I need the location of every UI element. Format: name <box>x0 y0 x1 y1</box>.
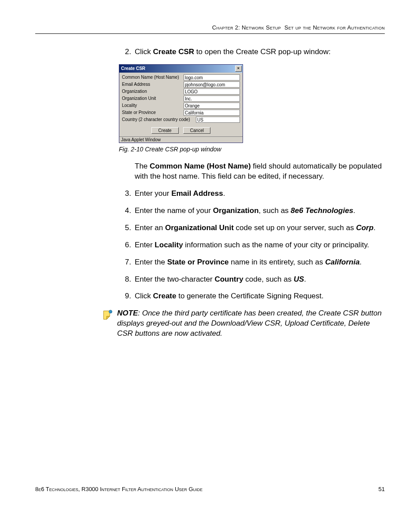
organization-unit-field[interactable]: Inc. <box>184 95 240 102</box>
page-number: 51 <box>379 486 385 492</box>
popup-title: Create CSR <box>121 66 145 71</box>
step-8: 8. Enter the two-character Country code,… <box>119 275 385 285</box>
state-field[interactable]: California <box>184 110 240 116</box>
field-label-state: State or Province <box>122 110 184 115</box>
country-field[interactable]: US <box>196 117 240 123</box>
cancel-button[interactable]: Cancel <box>183 127 210 134</box>
close-icon[interactable]: × <box>235 66 242 72</box>
step-2: 2. Click Create CSR to open the Create C… <box>119 47 385 57</box>
svg-point-0 <box>109 310 112 313</box>
email-field[interactable]: pjohnson@logo.com <box>184 81 240 88</box>
field-label-country: Country (2 character country code) <box>122 117 196 122</box>
note-text: NOTE: Once the third party certificate h… <box>117 308 385 339</box>
header-chapter: Chapter 2: Network Setup <box>212 24 281 31</box>
field-label-locality: Locality <box>122 103 184 108</box>
step-6: 6. Enter Locality information such as th… <box>119 240 385 250</box>
step-4: 4. Enter the name of your Organization, … <box>119 206 385 216</box>
step-text: Click Create CSR to open the Create CSR … <box>135 47 385 57</box>
create-button[interactable]: Create <box>151 127 179 134</box>
note-block: NOTE: Once the third party certificate h… <box>101 308 385 339</box>
header-section: Set up the Network for Authentication <box>284 24 385 31</box>
step-number: 2. <box>119 47 135 57</box>
note-icon <box>101 309 114 322</box>
footer-left: 8e6 Technologies, R3000 Internet Filter … <box>35 486 203 492</box>
field-label-organization: Organization <box>122 89 184 94</box>
step-3: 3. Enter your Email Address. <box>119 189 385 199</box>
step-2-post: The Common Name (Host Name) field should… <box>119 161 385 182</box>
step-5: 5. Enter an Organizational Unit code set… <box>119 223 385 233</box>
page-footer: 8e6 Technologies, R3000 Internet Filter … <box>35 486 385 492</box>
popup-titlebar: Create CSR × <box>119 65 243 73</box>
page-header: Chapter 2: Network Setup Set up the Netw… <box>35 24 385 34</box>
field-label-common-name: Common Name (Host Name) <box>122 75 184 80</box>
step-9: 9. Click Create to generate the Certific… <box>119 291 385 301</box>
field-label-org-unit: Organization Unit <box>122 96 184 101</box>
step-7: 7. Enter the State or Province name in i… <box>119 257 385 268</box>
popup-status: Java Applet Window <box>119 136 243 143</box>
common-name-field[interactable]: logo.com <box>184 74 240 81</box>
create-csr-popup: Create CSR × Common Name (Host Name) log… <box>119 64 243 143</box>
locality-field[interactable]: Orange <box>184 103 240 109</box>
figure-caption: Fig. 2-10 Create CSR pop-up window <box>119 146 385 153</box>
field-label-email: Email Address <box>122 82 184 87</box>
organization-field[interactable]: LOGO <box>184 88 240 95</box>
